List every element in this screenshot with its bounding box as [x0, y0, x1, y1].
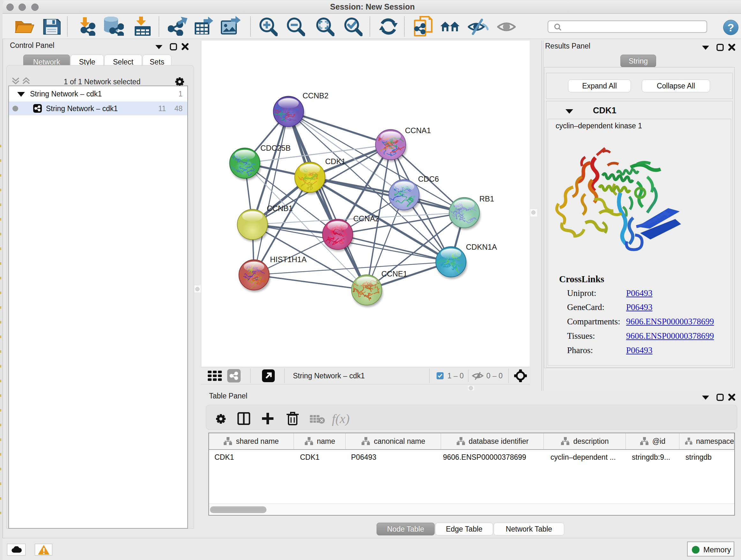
svg-text:CCNA2: CCNA2 — [353, 214, 379, 223]
svg-text:CCNE1: CCNE1 — [381, 269, 407, 278]
svg-text:CCNB1: CCNB1 — [267, 204, 293, 212]
svg-text:HIST1H1A: HIST1H1A — [270, 255, 307, 264]
svg-text:CCNB2: CCNB2 — [302, 91, 328, 100]
svg-text:RB1: RB1 — [479, 194, 494, 203]
svg-text:CDC6: CDC6 — [418, 175, 439, 183]
svg-text:CDKN1A: CDKN1A — [466, 243, 497, 251]
svg-text:CDC25B: CDC25B — [260, 144, 291, 152]
svg-text:CDK1: CDK1 — [325, 157, 346, 166]
svg-text:CCNA1: CCNA1 — [405, 126, 431, 135]
